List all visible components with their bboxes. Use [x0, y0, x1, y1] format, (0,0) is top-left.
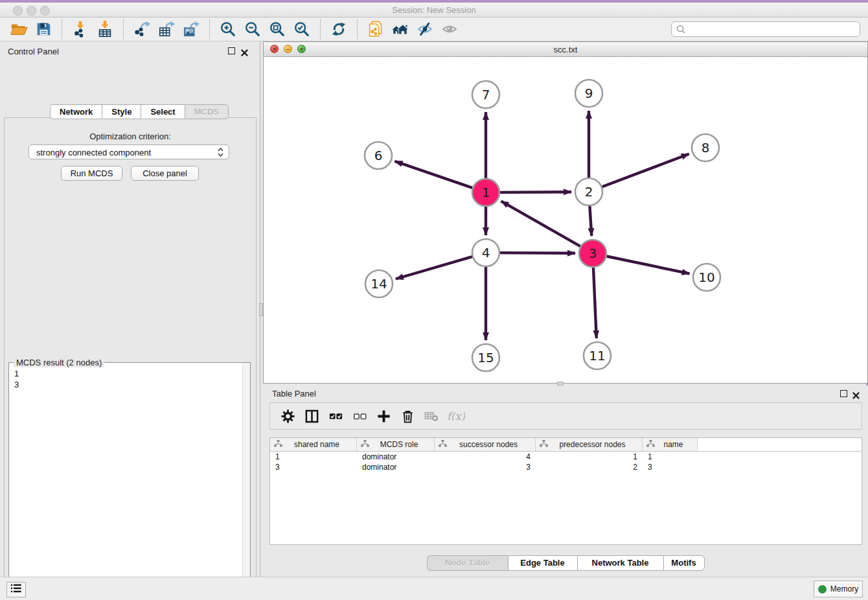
graph-node-8[interactable]: 8	[692, 134, 719, 161]
control-panel: Control Panel NetworkStyleSelectMCDS Opt…	[0, 41, 260, 577]
edge-2-3[interactable]	[589, 206, 591, 236]
show-eye-button[interactable]	[439, 19, 461, 40]
zoom-out-button[interactable]	[242, 19, 264, 40]
graph-node-6[interactable]: 6	[365, 142, 392, 169]
open-folder-button[interactable]	[8, 19, 30, 40]
zoom-in-button[interactable]	[217, 19, 239, 40]
table-cell[interactable]: 1	[536, 452, 643, 462]
graph-node-4[interactable]: 4	[472, 239, 499, 266]
export-network-button[interactable]	[131, 19, 153, 40]
toolbar-separator	[357, 19, 358, 39]
svg-text:2: 2	[585, 184, 593, 200]
svg-text:8: 8	[702, 140, 710, 156]
run-mcds-button[interactable]: Run MCDS	[61, 166, 122, 181]
zoom-selected-button[interactable]	[291, 19, 313, 40]
zoom-fit-button[interactable]	[266, 19, 288, 40]
window-title: Session: New Session	[0, 5, 868, 15]
network-graph[interactable]: 1234678910111415	[264, 57, 867, 383]
svg-text:7: 7	[482, 87, 490, 102]
edge-4-14[interactable]	[396, 257, 472, 279]
edge-3-10[interactable]	[607, 257, 690, 274]
tab-mcds[interactable]: MCDS	[185, 104, 229, 119]
table-float-panel-icon[interactable]	[840, 390, 847, 397]
column-header-MCDS-role[interactable]: MCDS role	[357, 438, 435, 451]
import-network-button[interactable]	[69, 19, 91, 40]
home-button[interactable]	[389, 19, 411, 40]
graph-node-2[interactable]: 2	[575, 178, 602, 205]
graph-node-15[interactable]: 15	[472, 344, 499, 371]
deselect-all-button[interactable]	[350, 406, 369, 426]
table-cell[interactable]: 2	[536, 462, 643, 472]
edge-2-8[interactable]	[602, 154, 689, 187]
hierarchy-icon	[361, 440, 369, 449]
graph-node-7[interactable]: 7	[472, 81, 499, 108]
main-toolbar-groups	[6, 19, 462, 40]
mcds-panel: Optimization criterion: strongly connect…	[4, 117, 257, 600]
export-image-button[interactable]	[180, 19, 202, 40]
edge-4-3[interactable]	[500, 253, 575, 253]
edge-3-1[interactable]	[501, 201, 580, 246]
tab-network[interactable]: Network	[50, 104, 102, 119]
graph-node-9[interactable]: 9	[575, 80, 602, 107]
network-canvas[interactable]: 1234678910111415	[264, 57, 867, 383]
close-panel-button[interactable]: Close panel	[131, 166, 199, 181]
network-document-button[interactable]	[365, 19, 387, 40]
memory-label: Memory	[830, 584, 858, 594]
tab-edge-table[interactable]: Edge Table	[508, 555, 577, 571]
tab-select[interactable]: Select	[141, 104, 184, 119]
graph-node-1[interactable]: 1	[472, 179, 499, 206]
function-button[interactable]: f(x)	[446, 406, 465, 426]
tab-motifs[interactable]: Motifs	[663, 555, 705, 571]
table-cell[interactable]: dominator	[357, 462, 435, 472]
gear-button[interactable]	[278, 406, 297, 426]
graph-node-14[interactable]: 14	[365, 270, 393, 297]
graph-node-11[interactable]: 11	[584, 342, 611, 369]
float-panel-icon[interactable]	[228, 47, 235, 54]
graph-node-10[interactable]: 10	[693, 264, 720, 291]
criterion-select[interactable]: strongly connected component	[29, 144, 229, 159]
table-close-panel-icon[interactable]	[852, 390, 860, 397]
column-header-shared-name[interactable]: shared name	[270, 438, 357, 451]
table-cell[interactable]: 3	[435, 462, 536, 472]
search-input[interactable]	[671, 21, 860, 37]
export-table-button[interactable]	[155, 19, 177, 40]
list-icon	[10, 583, 23, 597]
task-history-button[interactable]	[6, 582, 26, 597]
edge-1-6[interactable]	[395, 161, 473, 188]
column-header-successor-nodes[interactable]: successor nodes	[435, 438, 536, 451]
column-header-name[interactable]: name	[643, 438, 698, 451]
table-cell[interactable]: 3	[643, 462, 698, 472]
table-cell[interactable]: dominator	[357, 452, 435, 462]
control-panel-header: Control Panel	[0, 41, 260, 60]
graph-node-3[interactable]: 3	[579, 240, 606, 267]
tab-node-table[interactable]: Node Table	[427, 555, 508, 571]
table-body: 1dominator4113dominator323	[270, 452, 862, 472]
table-toolbar: f(x)	[269, 402, 862, 430]
tab-network-table[interactable]: Network Table	[577, 555, 663, 571]
table-cell[interactable]: 1	[643, 452, 698, 462]
table-row[interactable]: 1dominator411	[270, 452, 862, 462]
add-button[interactable]	[374, 406, 393, 426]
import-table-button[interactable]	[94, 19, 116, 40]
save-button[interactable]	[32, 19, 54, 40]
table-cell[interactable]: 4	[435, 452, 536, 462]
table-tabs: Node TableEdge TableNetwork TableMotifs	[263, 555, 868, 571]
control-panel-tabs: NetworkStyleSelectMCDS	[50, 104, 229, 118]
hierarchy-icon	[274, 440, 282, 449]
result-scrollbar[interactable]	[242, 363, 250, 600]
close-panel-icon[interactable]	[241, 47, 248, 54]
select-all-button[interactable]	[326, 406, 345, 426]
table-row[interactable]: 3dominator323	[270, 462, 862, 472]
delete-column-button[interactable]	[422, 406, 441, 426]
refresh-button[interactable]	[328, 19, 350, 40]
tab-style[interactable]: Style	[102, 104, 141, 119]
hide-eye-button[interactable]	[414, 19, 436, 40]
column-header-predecessor-nodes[interactable]: predecessor nodes	[536, 438, 643, 451]
table-cell[interactable]: 1	[270, 452, 357, 462]
delete-button[interactable]	[398, 406, 417, 426]
table-cell[interactable]: 3	[270, 462, 357, 472]
column-button[interactable]	[302, 406, 321, 426]
memory-button[interactable]: Memory	[814, 581, 863, 597]
edge-1-2[interactable]	[500, 192, 571, 192]
edge-3-11[interactable]	[593, 268, 597, 338]
